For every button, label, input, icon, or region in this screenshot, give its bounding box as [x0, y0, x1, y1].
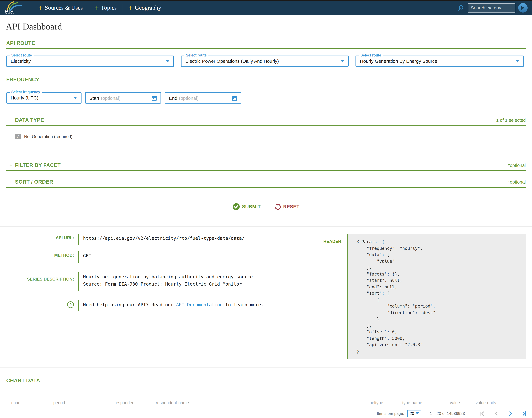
help-text: Need help using our API? Read our API Do… — [78, 300, 264, 312]
collapse-icon[interactable]: − — [9, 117, 15, 123]
nav-item-label: Geography — [135, 4, 161, 11]
field-value: Electricity — [11, 58, 31, 64]
nav-separator — [122, 4, 123, 12]
api-documentation-link[interactable]: API Documentation — [176, 302, 223, 307]
pagination-bar: Items per page: 20 1 – 20 of 14536983 — [0, 409, 532, 418]
header-label: HEADER: — [313, 234, 343, 359]
play-icon — [521, 6, 525, 10]
route-select-3[interactable]: Select route Hourly Generation By Energy… — [355, 56, 524, 67]
section-data-type[interactable]: − DATA TYPE 1 of 1 selected — [6, 117, 526, 126]
api-info-left: API URL: https://api.eia.gov/v2/electric… — [6, 234, 313, 359]
calendar-icon[interactable] — [152, 95, 157, 101]
section-title: API ROUTE — [6, 40, 35, 46]
section-filter-by-facet[interactable]: + FILTER BY FACET *optional — [6, 162, 526, 171]
chevron-left-icon — [493, 411, 499, 416]
eia-logo-text: eia — [4, 7, 14, 15]
items-per-page-select[interactable]: 20 — [407, 410, 421, 417]
submit-button[interactable]: SUBMIT — [233, 203, 261, 210]
action-buttons: SUBMIT RESET — [6, 203, 526, 210]
chevron-down-icon — [166, 60, 170, 62]
col-respondent: respondent — [111, 399, 153, 409]
nav-item-sources-uses[interactable]: + Sources & Uses — [39, 4, 83, 12]
field-value: Hourly Generation By Energy Source — [360, 58, 437, 64]
series-description-row: SERIES DESCRIPTION: Hourly net generatio… — [6, 272, 313, 291]
chevron-down-icon — [516, 60, 520, 62]
section-frequency: FREQUENCY — [6, 77, 526, 85]
api-url-value: https://api.eia.gov/v2/electricity/rto/f… — [78, 234, 244, 245]
help-row: ? Need help using our API? Read our API … — [6, 300, 313, 312]
field-label: Select frequency — [10, 90, 42, 94]
undo-icon — [275, 203, 281, 210]
table-header-row: chart period respondent respondent-name … — [9, 399, 527, 409]
nav-item-label: Sources & Uses — [45, 4, 83, 11]
field-value: Hourly (UTC) — [11, 95, 38, 100]
method-row: METHOD: GET — [6, 252, 313, 263]
plus-icon: + — [95, 4, 99, 12]
eia-logo[interactable]: eia — [4, 1, 22, 15]
plus-icon: + — [39, 4, 43, 12]
pagination-range: 1 – 20 of 14536983 — [430, 411, 465, 416]
nav-menu: + Sources & Uses + Topics + Geography — [39, 4, 161, 12]
svg-text:?: ? — [69, 302, 72, 307]
col-period: period — [50, 399, 111, 409]
route-select-1[interactable]: Select route Electricity — [6, 56, 174, 67]
search-go-button[interactable] — [518, 3, 528, 12]
series-description-label: SERIES DESCRIPTION: — [6, 272, 74, 291]
checkbox-label: Net Generation (required) — [24, 134, 72, 139]
last-page-button[interactable] — [522, 411, 527, 416]
expand-icon[interactable]: + — [9, 163, 15, 168]
series-description-value: Hourly net generation by balancing autho… — [78, 272, 255, 291]
search-input[interactable] — [468, 3, 515, 12]
help-text-after: to learn more. — [222, 302, 264, 307]
first-page-button[interactable] — [479, 411, 485, 416]
section-sort-order[interactable]: + SORT / ORDER *optional — [6, 179, 526, 188]
reset-button[interactable]: RESET — [275, 203, 299, 210]
frequency-select[interactable]: Select frequency Hourly (UTC) — [6, 92, 81, 104]
section-chart-data: CHART DATA — [6, 378, 526, 386]
start-date-field[interactable]: Start (optional) — [85, 92, 161, 104]
top-nav: eia + Sources & Uses + Topics + Geograph… — [0, 1, 532, 15]
search-icon — [458, 5, 465, 11]
reset-label: RESET — [283, 204, 299, 209]
nav-item-topics[interactable]: + Topics — [95, 4, 117, 12]
calendar-icon[interactable] — [232, 95, 237, 101]
nav-item-geography[interactable]: + Geography — [129, 4, 161, 12]
expand-icon[interactable]: + — [9, 179, 15, 185]
chevron-down-icon — [73, 96, 77, 99]
section-title: FILTER BY FACET — [15, 162, 61, 168]
net-generation-checkbox[interactable]: ✓ — [15, 134, 21, 139]
field-label: Select route — [10, 53, 33, 58]
main-content: API Dashboard API ROUTE Select route Ele… — [0, 21, 532, 418]
first-page-icon — [479, 411, 485, 416]
divider — [0, 226, 532, 227]
items-per-page-label: Items per page: — [377, 411, 404, 416]
col-chart: chart — [9, 399, 50, 409]
items-per-page-value: 20 — [410, 411, 414, 416]
col-type-name: type-name — [399, 399, 447, 409]
col-value-units: value-units — [473, 399, 527, 409]
next-page-button[interactable] — [508, 411, 513, 416]
field-value: Start — [89, 95, 99, 101]
api-url-row: API URL: https://api.eia.gov/v2/electric… — [6, 234, 313, 245]
selected-count: 1 of 1 selected — [496, 118, 526, 123]
nav-item-label: Topics — [101, 4, 117, 11]
page-title: API Dashboard — [6, 21, 526, 32]
previous-page-button[interactable] — [493, 411, 499, 416]
optional-note: *optional — [508, 179, 526, 185]
optional-note: *optional — [508, 163, 526, 168]
end-date-field[interactable]: End (optional) — [165, 92, 241, 104]
chevron-down-icon — [341, 60, 344, 62]
route-select-2[interactable]: Select route Electric Power Operations (… — [181, 56, 349, 67]
header-block: X-Params: { "frequency": "hourly", "data… — [347, 234, 526, 359]
route-selects-row: Select route Electricity Select route El… — [6, 56, 526, 67]
plus-icon: + — [129, 4, 133, 12]
search-area — [458, 3, 528, 12]
api-info-right: HEADER: X-Params: { "frequency": "hourly… — [313, 234, 526, 359]
last-page-icon — [522, 411, 527, 416]
series-description-line1: Hourly net generation by balancing autho… — [83, 273, 255, 281]
api-info: API URL: https://api.eia.gov/v2/electric… — [6, 234, 526, 359]
field-value: End — [169, 95, 177, 101]
field-label: Select route — [359, 53, 383, 58]
field-value: Electric Power Operations (Daily And Hou… — [185, 58, 279, 64]
help-icon-cell: ? — [6, 300, 74, 312]
